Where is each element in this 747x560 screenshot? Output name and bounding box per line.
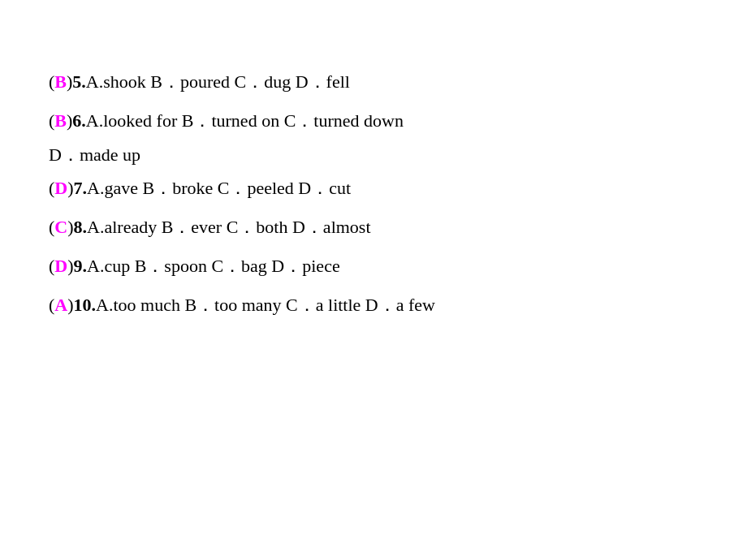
q8-close-paren: )	[67, 210, 73, 244]
q10-answer: A	[54, 288, 67, 322]
q9-text: A.cup B．spoon C．bag D．piece	[87, 249, 340, 283]
q7-close-paren: )	[67, 171, 73, 205]
q8-text: A.already B．ever C．both D．almost	[87, 210, 371, 244]
main-content: (B)5.A.shook B．poured C．dug D．fell (B)6.…	[0, 0, 747, 360]
q6-text-line1: A.looked for B．turned on C．turned down	[86, 104, 404, 138]
q7-answer: D	[54, 171, 67, 205]
q8-answer: C	[54, 210, 67, 244]
q10-text: A.too much B．too many C．a little D．a few	[96, 288, 435, 322]
q9-close-paren: )	[67, 249, 73, 283]
q6-number: 6.	[72, 104, 86, 138]
q6-close-paren: )	[67, 104, 72, 138]
q5-number: 5.	[72, 65, 86, 99]
q10-number: 10.	[74, 288, 97, 322]
q7-number: 7.	[74, 171, 88, 205]
q9-answer: D	[54, 249, 67, 283]
q5-text: A.shook B．poured C．dug D．fell	[86, 65, 350, 99]
q6-line1: (B)6.A.looked for B．turned on C．turned d…	[49, 104, 698, 138]
question-5: (B)5.A.shook B．poured C．dug D．fell	[49, 65, 698, 99]
q9-number: 9.	[74, 249, 88, 283]
q6-answer: B	[54, 104, 67, 138]
q6-text-line2: D．made up	[49, 144, 140, 165]
q8-number: 8.	[74, 210, 88, 244]
q6-open-paren: (	[49, 104, 54, 138]
q6-line2: D．made up	[49, 138, 698, 172]
question-8: (C)8.A.already B．ever C．both D．almost	[49, 210, 698, 244]
question-10: (A)10.A.too much B．too many C．a little D…	[49, 288, 698, 322]
q5-close-paren: )	[67, 65, 72, 99]
q10-close-paren: )	[67, 288, 73, 322]
q7-open-paren: (	[49, 171, 54, 205]
q7-text: A.gave B．broke C．peeled D．cut	[87, 171, 351, 205]
question-9: (D)9.A.cup B．spoon C．bag D．piece	[49, 249, 698, 283]
q8-open-paren: (	[49, 210, 54, 244]
q9-open-paren: (	[49, 249, 54, 283]
question-6: (B)6.A.looked for B．turned on C．turned d…	[49, 104, 698, 172]
q5-answer: B	[54, 65, 67, 99]
question-7: (D)7.A.gave B．broke C．peeled D．cut	[49, 171, 698, 205]
q10-open-paren: (	[49, 288, 54, 322]
q5-open-paren: (	[49, 65, 54, 99]
